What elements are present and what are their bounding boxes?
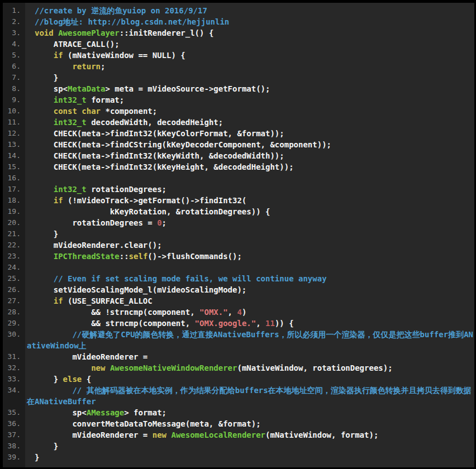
code-token-type: AwesomePlayer (58, 28, 120, 37)
code-token-keyword: if (54, 296, 63, 305)
line-number: 10. (3, 106, 25, 117)
code-token-text: && !strncmp(component, (35, 308, 199, 317)
code-token-text: ()->flushCommands(); (147, 252, 242, 261)
code-line[interactable]: //硬解避免了CPU的颜色转换，通过直接ANativeBuffers，所以必须用… (25, 329, 474, 351)
line-number: 2. (3, 16, 25, 27)
code-line[interactable]: rotationDegrees = 0; (25, 217, 474, 228)
line-number: 17. (3, 184, 25, 195)
code-line[interactable]: // 其他解码器被在本地实例，作为结果分配给buffers在本地地址空间，渲染器… (25, 385, 474, 407)
code-line[interactable]: sp<MetaData> meta = mVideoSource->getFor… (25, 83, 474, 94)
code-token-text: { (82, 375, 91, 384)
line-number: 5. (3, 50, 25, 61)
code-line[interactable]: kKeyRotation, &rotationDegrees)) { (25, 206, 474, 217)
code-line-row: 19. kKeyRotation, &rotationDegrees)) { (3, 206, 474, 217)
code-token-keyword: return (72, 62, 101, 71)
code-line[interactable]: new AwesomeNativeWindowRenderer(mNativeW… (25, 362, 474, 374)
code-token-text: *component; (101, 107, 157, 116)
code-line[interactable]: CHECK(meta->findInt32(kKeyWidth, &decode… (25, 150, 474, 161)
code-line[interactable]: sp<AMessage> format; (25, 407, 474, 418)
code-line[interactable]: } (25, 441, 474, 452)
code-line[interactable]: CHECK(meta->findInt32(kKeyHeight, &decod… (25, 161, 474, 173)
code-token-text: format; (87, 95, 124, 104)
line-number: 21. (3, 228, 25, 240)
code-token-text (35, 386, 72, 395)
line-number: 31. (3, 351, 25, 362)
code-line-row: 13. CHECK(meta->findCString(kKeyDecoderC… (3, 139, 474, 150)
code-line[interactable]: } (25, 228, 474, 240)
code-token-text: > meta = mVideoSource->getFormat(); (105, 84, 270, 93)
code-line-row: 18. if (!mVideoTrack->getFormat()->findI… (3, 195, 474, 206)
code-token-text: mVideoRenderer = (35, 352, 147, 361)
code-token-text: ) (242, 308, 246, 317)
code-token-keyword: if (54, 196, 63, 205)
code-line[interactable]: CHECK(meta->findCString(kKeyDecoderCompo… (25, 139, 474, 150)
code-token-type: MetaData (68, 84, 105, 93)
code-line[interactable]: return; (25, 61, 474, 72)
code-line[interactable]: if (mNativeWindow == NULL) { (25, 50, 474, 61)
line-number: 27. (3, 295, 25, 307)
code-line[interactable]: IPCThreadState::self()->flushCommands(); (25, 251, 474, 262)
line-number: 22. (3, 240, 25, 251)
code-line[interactable]: ATRACE_CALL(); (25, 39, 474, 50)
code-line[interactable]: convertMetaDataToMessage(meta, &format); (25, 418, 474, 429)
code-token-text: (mNativeWindow, format); (265, 430, 378, 439)
code-line[interactable]: int32_t decodedWidth, decodedHeight; (25, 117, 474, 128)
line-number: 16. (3, 173, 25, 184)
code-token-keyword: const (54, 107, 77, 116)
code-line-row: 9. int32_t format; (3, 94, 474, 106)
code-line[interactable]: mVideoRenderer = (25, 351, 474, 362)
code-line-row: 30. //硬解避免了CPU的颜色转换，通过直接ANativeBuffers，所… (3, 329, 474, 351)
code-line[interactable]: mVideoRenderer.clear(); (25, 240, 474, 251)
code-line[interactable]: int32_t format; (25, 94, 474, 106)
code-token-text: CHECK(meta->findInt32(kKeyColorFormat, &… (35, 129, 284, 138)
code-line[interactable]: } (25, 452, 474, 463)
code-line-row: 23. IPCThreadState::self()->flushCommand… (3, 251, 474, 262)
code-token-text: (USE_SURFACE_ALLOC (63, 296, 153, 305)
code-line[interactable]: if (USE_SURFACE_ALLOC (25, 295, 474, 307)
code-line[interactable]: CHECK(meta->findInt32(kKeyColorFormat, &… (25, 128, 474, 139)
code-token-type: int32_t (54, 95, 87, 104)
code-line-row: 24. (3, 262, 474, 273)
line-number: 36. (3, 418, 25, 429)
code-token-type: AMessage (87, 408, 124, 417)
code-line[interactable]: && !strncmp(component, "OMX.", 4) (25, 307, 474, 318)
code-token-text (35, 274, 54, 283)
line-number: 18. (3, 195, 25, 206)
code-line[interactable]: //blog地址: http://blog.csdn.net/hejjunlin (25, 16, 474, 27)
code-token-text (35, 330, 72, 339)
code-line-row: 25. // Even if set scaling mode fails, w… (3, 273, 474, 284)
code-line[interactable]: } else { (25, 374, 474, 385)
code-line-row: 22. mVideoRenderer.clear(); (3, 240, 474, 251)
code-token-text: ; (101, 62, 105, 71)
code-token-text (35, 95, 54, 104)
code-token-text: ::initRenderer_l() { (120, 28, 214, 37)
line-number: 34. (3, 385, 25, 407)
code-line[interactable]: mVideoRenderer = new AwesomeLocalRendere… (25, 429, 474, 441)
code-line-row: 37. mVideoRenderer = new AwesomeLocalRen… (3, 429, 474, 441)
code-line[interactable]: //create by 逆流的鱼yuiop on 2016/9/17 (25, 5, 474, 16)
code-token-type: AwesomeNativeWindowRenderer (110, 363, 237, 372)
code-line[interactable]: if (!mVideoTrack->getFormat()->findInt32… (25, 195, 474, 206)
code-token-number: 4 (237, 308, 241, 317)
code-line[interactable]: int32_t rotationDegrees; (25, 184, 474, 195)
code-listing[interactable]: 1.//create by 逆流的鱼yuiop on 2016/9/172.//… (3, 3, 474, 467)
line-number: 20. (3, 217, 25, 228)
code-token-text: , (228, 308, 237, 317)
code-line[interactable]: && strncmp(component, "OMX.google.", 11)… (25, 318, 474, 329)
code-token-comment: // 其他解码器被在本地实例，作为结果分配给buffers在本地地址空间，渲染器… (27, 386, 472, 406)
code-token-text: } (35, 229, 58, 238)
code-line[interactable]: setVideoScalingMode_l(mVideoScalingMode)… (25, 284, 474, 295)
code-line[interactable]: void AwesomePlayer::initRenderer_l() { (25, 27, 474, 39)
code-line-row: 2.//blog地址: http://blog.csdn.net/hejjunl… (3, 16, 474, 27)
code-token-text (35, 107, 54, 116)
code-line[interactable]: const char *component; (25, 106, 474, 117)
code-line[interactable] (25, 173, 474, 184)
code-line[interactable]: } (25, 72, 474, 83)
code-line[interactable] (25, 262, 474, 273)
line-number: 38. (3, 441, 25, 452)
line-number: 11. (3, 117, 25, 128)
line-number: 39. (3, 452, 25, 463)
line-number: 7. (3, 72, 25, 83)
code-line[interactable]: // Even if set scaling mode fails, we wi… (25, 273, 474, 284)
code-line-row: 14. CHECK(meta->findInt32(kKeyWidth, &de… (3, 150, 474, 161)
